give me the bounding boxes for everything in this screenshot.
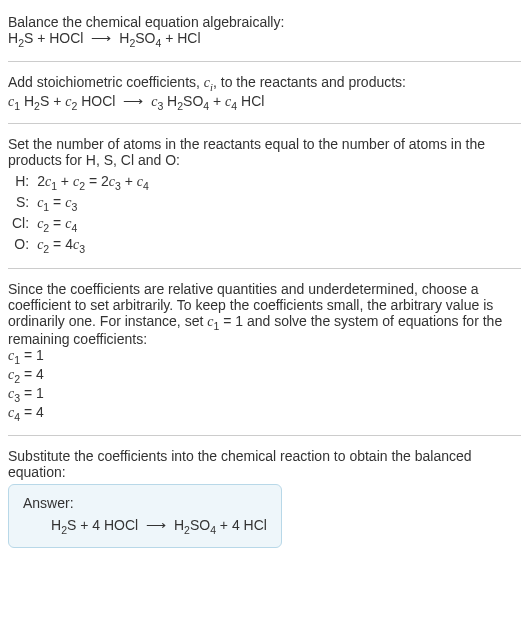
substitute-text: Substitute the coefficients into the che… bbox=[8, 448, 521, 480]
atom-equation: c1 = c3 bbox=[33, 193, 153, 214]
atoms-table: H: 2c1 + c2 = 2c3 + c4 S: c1 = c3 Cl: c2… bbox=[8, 172, 153, 255]
divider bbox=[8, 435, 521, 436]
solution-line: c4 = 4 bbox=[8, 404, 521, 423]
intro-reaction: H2S + HOCl ⟶ H2SO4 + HCl bbox=[8, 30, 521, 49]
atom-equation: c2 = c4 bbox=[33, 214, 153, 235]
solve-section: Since the coefficients are relative quan… bbox=[8, 275, 521, 429]
atom-element: S: bbox=[8, 193, 33, 214]
divider bbox=[8, 61, 521, 62]
atoms-text: Set the number of atoms in the reactants… bbox=[8, 136, 521, 168]
coeffs-section: Add stoichiometric coefficients, ci, to … bbox=[8, 68, 521, 118]
solution-line: c3 = 1 bbox=[8, 385, 521, 404]
solution-line: c2 = 4 bbox=[8, 366, 521, 385]
atom-row: O: c2 = 4c3 bbox=[8, 235, 153, 256]
atom-element: O: bbox=[8, 235, 33, 256]
atom-element: Cl: bbox=[8, 214, 33, 235]
atoms-section: Set the number of atoms in the reactants… bbox=[8, 130, 521, 261]
solve-text: Since the coefficients are relative quan… bbox=[8, 281, 521, 348]
coeffs-reaction: c1 H2S + c2 HOCl ⟶ c3 H2SO4 + c4 HCl bbox=[8, 93, 521, 112]
atom-row: S: c1 = c3 bbox=[8, 193, 153, 214]
answer-box: Answer: H2S + 4 HOCl ⟶ H2SO4 + 4 HCl bbox=[8, 484, 282, 549]
coeffs-text: Add stoichiometric coefficients, ci, to … bbox=[8, 74, 521, 93]
divider bbox=[8, 123, 521, 124]
answer-label: Answer: bbox=[23, 495, 267, 511]
intro-section: Balance the chemical equation algebraica… bbox=[8, 8, 521, 55]
substitute-section: Substitute the coefficients into the che… bbox=[8, 442, 521, 555]
atom-row: H: 2c1 + c2 = 2c3 + c4 bbox=[8, 172, 153, 193]
atom-equation: 2c1 + c2 = 2c3 + c4 bbox=[33, 172, 153, 193]
intro-line1: Balance the chemical equation algebraica… bbox=[8, 14, 521, 30]
answer-equation: H2S + 4 HOCl ⟶ H2SO4 + 4 HCl bbox=[23, 511, 267, 536]
solution-line: c1 = 1 bbox=[8, 347, 521, 366]
atom-row: Cl: c2 = c4 bbox=[8, 214, 153, 235]
divider bbox=[8, 268, 521, 269]
atom-equation: c2 = 4c3 bbox=[33, 235, 153, 256]
atom-element: H: bbox=[8, 172, 33, 193]
